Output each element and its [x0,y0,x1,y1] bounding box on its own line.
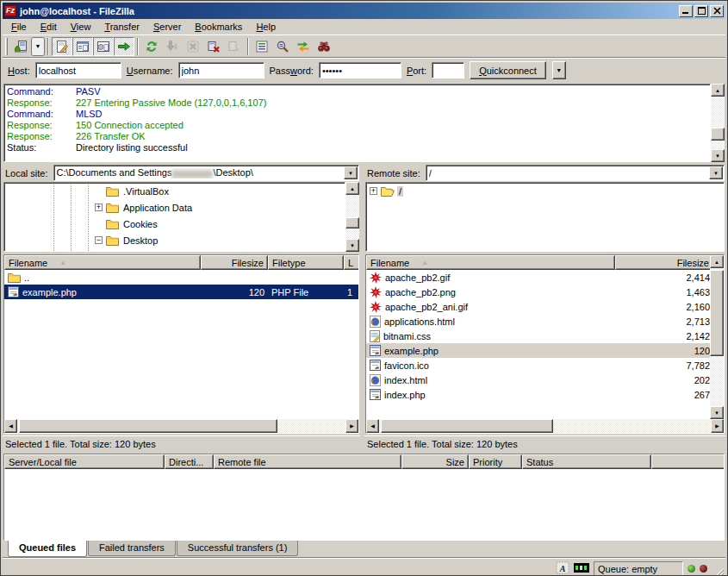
synchronized-browsing-button[interactable] [293,37,314,56]
column-header-priority[interactable]: Priority [469,454,522,469]
local-tree-vertical-scrollbar[interactable]: ▲ ▼ [345,182,359,252]
scroll-left-button[interactable]: ◀ [4,419,17,433]
refresh-button[interactable] [141,37,162,56]
toggle-local-tree-button[interactable] [72,37,93,56]
menu-item-help[interactable]: Help [249,20,283,34]
port-input[interactable] [432,62,464,78]
scrollbar-track[interactable] [17,419,345,433]
cancel-operation-button[interactable] [183,37,203,56]
tab-queued-files[interactable]: Queued files [8,541,87,557]
column-header-blank[interactable] [651,454,724,469]
directory-filter-button[interactable] [252,37,272,56]
file-row-apache-pb2-png[interactable]: apache_pb2.png1,463 [366,285,710,299]
remote-horizontal-scrollbar[interactable]: ◀ ▶ [366,419,724,433]
tab-successful-transfers-1-[interactable]: Successful transfers (1) [177,541,299,556]
menu-item-bookmarks[interactable]: Bookmarks [188,20,249,34]
tree-item--virtualbox[interactable]: .VirtualBox [4,183,345,199]
file-row-applications-html[interactable]: applications.html2,713 [366,314,710,329]
toggle-message-log-button[interactable] [52,37,72,56]
find-files-button[interactable] [314,37,334,56]
remote-site-combobox[interactable]: / ▼ [426,165,725,181]
speedlimit-indicator-icon[interactable] [574,563,589,574]
minimize-button[interactable] [679,5,693,17]
file-row-example-php[interactable]: example.php120PHP File1 [4,285,358,299]
toggle-transfer-queue-button[interactable] [114,37,134,56]
password-input[interactable] [319,62,401,78]
menu-item-edit[interactable]: Edit [34,20,64,34]
scroll-up-button[interactable]: ▲ [711,84,725,97]
combo-dropdown-arrow-icon[interactable]: ▼ [344,166,358,179]
log-vertical-scrollbar[interactable]: ▲ ▼ [711,84,725,162]
process-queue-button[interactable] [162,37,183,56]
column-header-directi-[interactable]: Directi... [165,454,214,469]
file-row-example-php[interactable]: example.php120 [366,343,710,358]
scrollbar-thumb[interactable] [19,419,277,433]
scrollbar-track[interactable] [711,97,725,149]
expand-icon[interactable]: + [370,187,377,195]
file-row-favicon-ico[interactable]: favicon.ico7,782 [366,358,710,373]
menu-item-file[interactable]: File [4,20,34,34]
maximize-button[interactable] [694,5,708,17]
file-row--[interactable]: .. [4,270,358,285]
scroll-down-button[interactable]: ▼ [710,406,724,419]
column-header-filename[interactable]: Filename▲ [366,255,615,270]
scrollbar-thumb[interactable] [381,419,553,433]
column-header-remote-file[interactable]: Remote file [214,454,401,469]
menu-item-transfer[interactable]: Transfer [97,20,146,34]
username-input[interactable] [178,62,264,78]
reconnect-button[interactable] [224,37,245,56]
tree-item-cookies[interactable]: Cookies [4,216,345,232]
menu-item-server[interactable]: Server [146,20,188,34]
column-header-l[interactable]: L [344,255,358,270]
column-header-filetype[interactable]: Filetype [268,255,344,270]
scroll-down-button[interactable]: ▼ [345,239,359,252]
collapse-icon[interactable]: − [95,236,103,244]
scroll-up-button[interactable]: ▲ [345,182,359,195]
column-header-filesize[interactable]: Filesize [201,255,268,270]
expand-icon[interactable]: + [95,203,103,211]
column-header-server-local-file[interactable]: Server/Local file [4,454,165,469]
file-row-bitnami-css[interactable]: bitnami.css2,142 [366,329,710,343]
directory-compare-button[interactable] [272,37,293,56]
column-header-filename[interactable]: Filename▲ [4,255,201,270]
scroll-right-button[interactable]: ▶ [711,419,724,433]
file-row-index-php[interactable]: index.php267 [366,387,710,402]
quickconnect-button[interactable]: Quickconnect [470,61,546,79]
host-input[interactable] [35,62,121,78]
menu-item-view[interactable]: View [64,20,98,34]
site-manager-dropdown-button[interactable]: ▼ [31,37,45,56]
scroll-down-button[interactable]: ▼ [711,149,725,162]
tree-item-application-data[interactable]: +Application Data [4,199,345,216]
tree-item--[interactable]: +/ [366,183,724,199]
scroll-left-button[interactable]: ◀ [366,419,379,433]
quickconnect-dropdown-button[interactable]: ▼ [552,61,566,79]
column-header-filesize[interactable]: Filesize [615,255,710,270]
scroll-up-button[interactable]: ▲ [710,255,724,268]
scrollbar-thumb[interactable] [345,217,359,229]
scrollbar-thumb[interactable] [710,270,724,356]
local-site-combobox[interactable]: C:\Documents and Settings\Desktop\ ▼ [53,165,359,181]
resize-grip[interactable] [712,567,724,576]
site-manager-button[interactable] [10,37,31,56]
file-row-apache-pb2-gif[interactable]: apache_pb2.gif2,414 [366,270,710,285]
file-row-index-html[interactable]: index.html202 [366,373,710,387]
scroll-right-button[interactable]: ▶ [345,419,358,433]
scrollbar-thumb[interactable] [711,128,725,141]
titlebar[interactable]: Fz john@localhost - FileZilla [3,3,725,19]
remote-vertical-scrollbar[interactable]: ▲ ▼ [710,255,724,419]
combo-dropdown-arrow-icon[interactable]: ▼ [709,166,723,179]
close-button[interactable] [710,5,724,17]
column-header-size[interactable]: Size [401,454,469,469]
toggle-remote-tree-button[interactable] [93,37,114,56]
file-row-apache-pb2-ani-gif[interactable]: apache_pb2_ani.gif2,160 [366,299,710,314]
tab-failed-transfers[interactable]: Failed transfers [88,541,176,556]
ascii-data-type-icon[interactable]: A [556,561,569,576]
column-header-status[interactable]: Status [522,454,651,469]
disconnect-button[interactable] [203,37,224,56]
scrollbar-track[interactable] [345,195,359,239]
local-horizontal-scrollbar[interactable]: ◀ ▶ [4,419,358,433]
scrollbar-track[interactable] [710,268,724,406]
tree-item-desktop[interactable]: −Desktop [4,232,345,248]
log-line-label: Command: [7,109,76,120]
scrollbar-track[interactable] [379,419,711,433]
